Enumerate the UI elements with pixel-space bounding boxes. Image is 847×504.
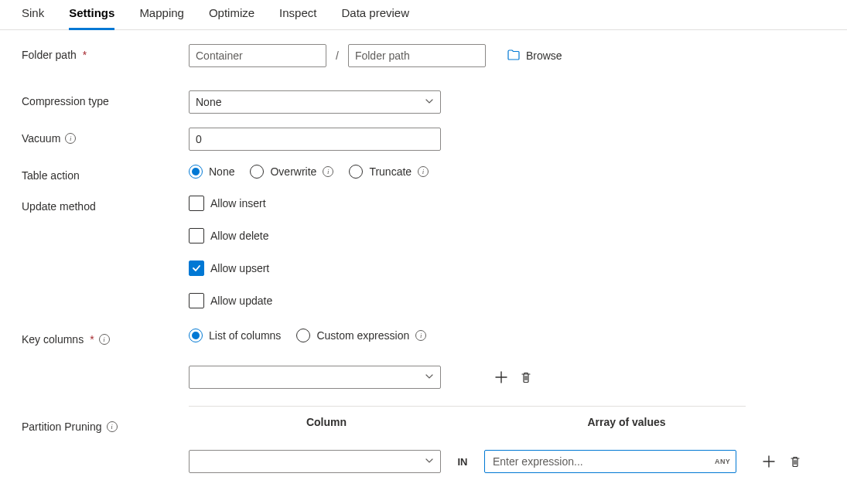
label-table-action: Table action xyxy=(22,165,189,182)
label-vacuum: Vacuum i xyxy=(22,128,189,145)
partition-array-header: Array of values xyxy=(495,416,758,428)
vacuum-input[interactable] xyxy=(189,128,441,151)
label-update-method: Update method xyxy=(22,196,189,213)
folder-icon xyxy=(507,49,520,63)
section-divider xyxy=(189,406,746,407)
label-partition-pruning: Partition Pruning i xyxy=(22,416,189,433)
partition-expression-input[interactable] xyxy=(484,450,736,473)
radio-table-action-overwrite[interactable]: Overwrite i xyxy=(250,165,333,179)
folder-path-input[interactable] xyxy=(348,44,486,67)
checkbox-allow-update[interactable]: Allow update xyxy=(189,293,272,308)
info-icon[interactable]: i xyxy=(323,166,333,177)
tab-bar: Sink Settings Mapping Optimize Inspect D… xyxy=(0,0,847,30)
chevron-down-icon xyxy=(425,371,434,383)
tab-sink[interactable]: Sink xyxy=(22,0,44,30)
radio-key-columns-list[interactable]: List of columns xyxy=(189,329,281,342)
label-key-columns: Key columns* i xyxy=(22,329,189,346)
checkbox-allow-delete[interactable]: Allow delete xyxy=(189,228,272,243)
in-label: IN xyxy=(441,456,484,468)
tab-inspect[interactable]: Inspect xyxy=(279,0,316,30)
delete-partition-button[interactable] xyxy=(786,452,804,471)
tab-settings[interactable]: Settings xyxy=(69,0,114,30)
radio-table-action-truncate[interactable]: Truncate i xyxy=(349,165,429,179)
path-separator: / xyxy=(334,49,340,62)
key-column-select[interactable] xyxy=(189,366,441,389)
checkbox-allow-insert[interactable]: Allow insert xyxy=(189,196,272,211)
info-icon[interactable]: i xyxy=(418,166,429,177)
partition-column-header: Column xyxy=(189,416,464,428)
label-compression-type: Compression type xyxy=(22,90,189,107)
delete-key-column-button[interactable] xyxy=(517,368,535,387)
tab-data-preview[interactable]: Data preview xyxy=(341,0,409,30)
browse-label: Browse xyxy=(526,49,562,62)
any-badge: ANY xyxy=(715,458,730,465)
radio-table-action-none[interactable]: None xyxy=(189,165,234,179)
compression-type-select[interactable]: None xyxy=(189,90,441,114)
info-icon[interactable]: i xyxy=(99,334,110,345)
browse-button[interactable]: Browse xyxy=(507,49,562,63)
info-icon[interactable]: i xyxy=(415,330,426,341)
tab-mapping[interactable]: Mapping xyxy=(139,0,184,30)
container-input[interactable] xyxy=(189,44,326,67)
partition-column-select[interactable] xyxy=(189,450,441,473)
label-folder-path: Folder path* xyxy=(22,44,189,61)
tab-optimize[interactable]: Optimize xyxy=(209,0,254,30)
radio-key-columns-custom[interactable]: Custom expression i xyxy=(296,329,426,342)
chevron-down-icon xyxy=(425,455,434,468)
checkbox-allow-upsert[interactable]: Allow upsert xyxy=(189,261,272,276)
info-icon[interactable]: i xyxy=(65,133,76,144)
add-key-column-button[interactable] xyxy=(492,368,511,387)
add-partition-button[interactable] xyxy=(760,452,778,471)
chevron-down-icon xyxy=(425,96,434,108)
info-icon[interactable]: i xyxy=(107,421,118,432)
